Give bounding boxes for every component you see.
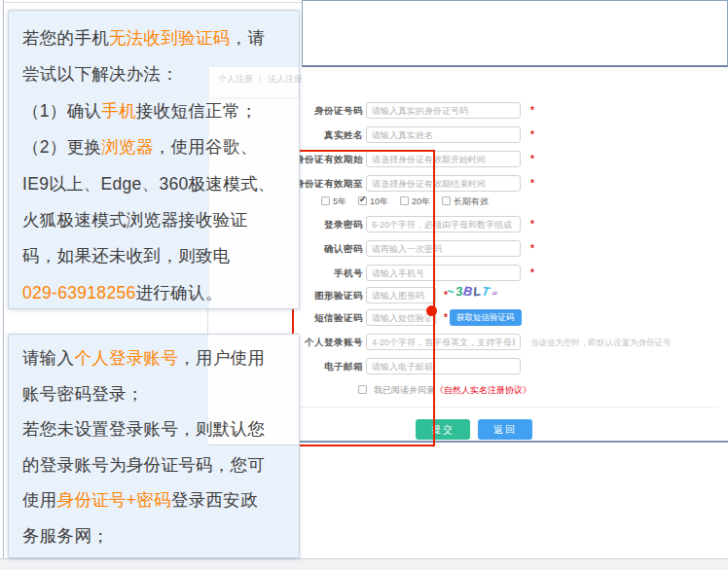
tab-personal-register[interactable]: 个人注册: [211, 71, 260, 88]
tooltip-line: 务服务网；: [22, 518, 299, 554]
registration-help-page: 个人注册法人注册 5年10年20年长期有效 我已阅读并同意《自然人实名注册协议》…: [0, 0, 728, 570]
annotation-rectangle: [292, 150, 435, 446]
real-name-input[interactable]: [366, 126, 521, 143]
agreement-link[interactable]: 《自然人实名注册协议》: [435, 385, 531, 395]
tooltip-receive-code: 若您的手机无法收到验证码，请尝试以下解决办法：（1）确认手机接收短信正常；（2）…: [8, 10, 300, 309]
annotation-dot: [426, 305, 437, 316]
tooltip-line: （2）更换浏览器，使用谷歌、: [22, 129, 299, 165]
tooltip-receive-code-text: 若您的手机无法收到验证码，请尝试以下解决办法：（1）确认手机接收短信正常；（2）…: [9, 11, 299, 311]
password2-required-asterisk: *: [530, 243, 534, 254]
sms-code-required-asterisk: *: [444, 312, 448, 323]
tooltip-line: 账号密码登录；: [22, 376, 299, 412]
captcha-image[interactable]: ~3BLT₌: [447, 284, 507, 304]
login-account-hint: 当该值为空时，即默认设置为身份证号: [530, 338, 672, 349]
id-number-input[interactable]: [366, 102, 521, 119]
tooltip-line: （1）确认手机接收短信正常；: [22, 93, 299, 129]
id-number-required-asterisk: *: [530, 105, 534, 116]
get-sms-code-button[interactable]: 获取短信验证码: [450, 309, 522, 326]
tooltip-line: 请输入个人登录账号，用户使用: [22, 340, 299, 376]
register-tabs: 个人注册法人注册: [211, 71, 309, 87]
tooltip-login-account: 请输入个人登录账号，用户使用账号密码登录；若您未设置登录账号，则默认您的登录账号…: [8, 334, 300, 558]
tooltip-line: 若您的手机无法收到验证码，请: [22, 20, 299, 56]
password-required-asterisk: *: [530, 219, 534, 230]
phone-required-asterisk: *: [530, 267, 534, 278]
id-valid-from-required-asterisk: *: [530, 154, 534, 164]
back-button[interactable]: 返回: [478, 419, 532, 440]
tooltip-line: 火狐极速模式浏览器接收验证: [22, 202, 299, 238]
real-name-required-asterisk: *: [530, 129, 534, 140]
tooltip-line: 若您未设置登录账号，则默认您: [22, 411, 299, 447]
tab-legal-register[interactable]: 法人注册: [261, 71, 309, 88]
validity-option-长期有效[interactable]: 长期有效: [442, 196, 489, 208]
tooltip-line: 码，如果还未收到，则致电: [22, 238, 299, 274]
tooltip-login-account-text: 请输入个人登录账号，用户使用账号密码登录；若您未设置登录账号，则默认您的登录账号…: [9, 335, 299, 554]
tooltip-line: 029-63918256进行确认。: [22, 275, 299, 311]
checkbox-unchecked[interactable]: [442, 196, 451, 205]
tooltip-line: 使用身份证号+密码登录西安政: [22, 482, 299, 518]
validity-option-label: 长期有效: [454, 196, 489, 206]
id-valid-to-required-asterisk: *: [530, 178, 534, 189]
tooltip-line: IE9以上、Edge、360极速模式、: [22, 166, 299, 202]
tooltip-line: 的登录账号为身份证号码，您可: [22, 447, 299, 483]
